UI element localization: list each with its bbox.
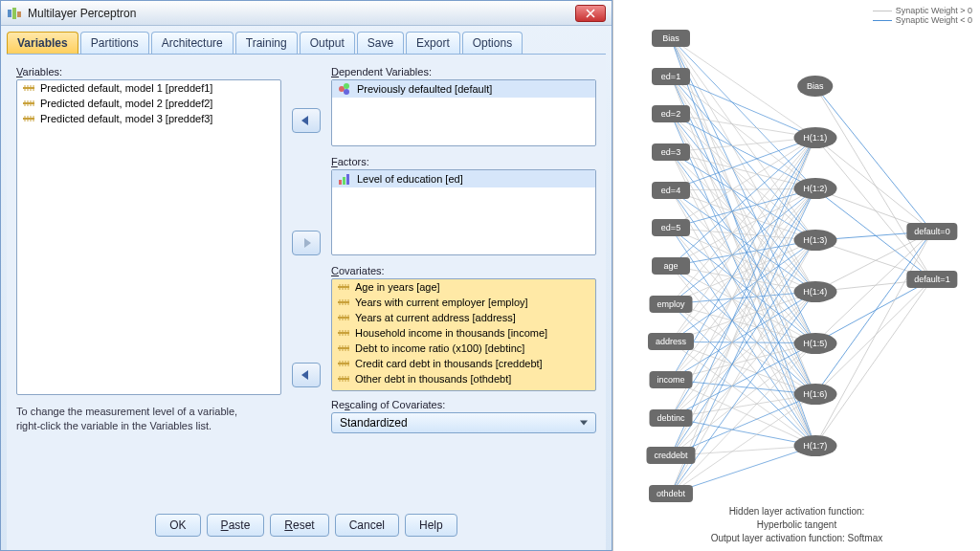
list-item[interactable]: Household income in thousands [income] <box>332 325 595 341</box>
svg-line-20 <box>671 38 815 188</box>
io-node: ed=3 <box>652 143 690 161</box>
hint-text: To change the measurement level of a var… <box>16 405 281 433</box>
move-to-dependent-button[interactable] <box>292 108 321 133</box>
io-node: ed=2 <box>652 105 690 122</box>
variables-label: Variables: <box>16 66 281 77</box>
svg-line-19 <box>671 38 815 138</box>
list-item[interactable]: Predicted default, model 3 [preddef3] <box>17 111 280 126</box>
scale-icon <box>23 82 34 94</box>
svg-point-8 <box>344 89 349 95</box>
svg-rect-11 <box>346 174 349 185</box>
svg-line-35 <box>671 114 815 240</box>
tab-output[interactable]: Output <box>300 32 355 54</box>
covariates-list[interactable]: Age in years [age] Years with current em… <box>331 278 596 391</box>
hidden-node: H(1:7) <box>793 435 836 456</box>
svg-line-44 <box>671 152 815 343</box>
scale-icon <box>23 98 34 109</box>
reset-button[interactable]: Reset <box>270 514 328 537</box>
list-item[interactable]: Years at current address [address] <box>332 310 595 325</box>
list-item[interactable]: Debt to income ratio (x100) [debtinc] <box>332 341 595 356</box>
svg-rect-1 <box>12 8 16 19</box>
covariates-label: Covariates: <box>331 265 596 276</box>
io-node: ed=4 <box>652 182 690 199</box>
scale-icon <box>338 281 349 293</box>
scale-icon <box>338 358 349 369</box>
hidden-node: H(1:3) <box>793 230 836 251</box>
hidden-node: Bias <box>797 76 834 97</box>
nominal-icon <box>338 82 351 96</box>
rescaling-label: Rescaling of Covariates: <box>331 399 596 410</box>
svg-rect-2 <box>17 11 21 17</box>
svg-line-94 <box>671 394 815 417</box>
scale-icon <box>23 113 34 124</box>
tab-options[interactable]: Options <box>462 32 523 54</box>
tab-variables[interactable]: Variables <box>7 32 78 54</box>
hidden-node: H(1:4) <box>793 281 836 302</box>
activation-caption: Hidden layer activation function: Hyperb… <box>705 505 889 545</box>
list-item[interactable]: Other debt in thousands [othdebt] <box>332 371 595 386</box>
svg-line-29 <box>671 77 815 292</box>
svg-line-92 <box>671 292 815 418</box>
list-item[interactable]: Previously defaulted [default] <box>332 80 595 98</box>
scale-icon <box>338 373 349 385</box>
titlebar: Multilayer Perceptron <box>1 1 612 26</box>
tab-export[interactable]: Export <box>406 32 460 54</box>
window-title: Multilayer Perceptron <box>28 7 575 20</box>
svg-line-100 <box>671 343 815 456</box>
dependent-label: Dependent Variables: <box>331 66 596 77</box>
ok-button[interactable]: OK <box>155 514 200 537</box>
svg-point-6 <box>339 86 345 92</box>
hidden-node: H(1:2) <box>793 178 836 199</box>
io-node: address <box>648 333 694 350</box>
dialog-body: Variables: Predicted default, model 1 [p… <box>7 54 606 550</box>
svg-line-125 <box>815 279 932 446</box>
svg-line-54 <box>671 138 815 229</box>
move-to-factors-button[interactable] <box>292 231 321 255</box>
variables-list[interactable]: Predicted default, model 1 [preddef1] Pr… <box>16 79 281 395</box>
svg-line-34 <box>671 114 815 188</box>
network-diagram: Synaptic Weight > 0 Synaptic Weight < 0 … <box>612 0 980 551</box>
io-node: creddebt <box>646 447 695 464</box>
io-node: default=1 <box>906 271 957 288</box>
tab-partitions[interactable]: Partitions <box>80 32 149 54</box>
io-node: othdebt <box>649 485 693 502</box>
io-node: income <box>649 371 692 388</box>
rescaling-select[interactable]: Standardized <box>331 412 596 433</box>
hidden-node: H(1:5) <box>793 333 836 354</box>
tab-training[interactable]: Training <box>235 32 298 54</box>
list-item[interactable]: Credit card debt in thousands [creddebt] <box>332 356 595 371</box>
move-to-covariates-button[interactable] <box>292 363 321 387</box>
cancel-button[interactable]: Cancel <box>335 514 399 537</box>
list-item[interactable]: Predicted default, model 2 [preddef2] <box>17 96 280 111</box>
paste-button[interactable]: Paste <box>207 514 265 537</box>
ordinal-icon <box>338 172 351 186</box>
svg-rect-10 <box>343 177 345 185</box>
svg-line-93 <box>671 343 815 418</box>
close-button[interactable] <box>575 5 606 22</box>
dialog-buttons: OK Paste Reset Cancel Help <box>16 506 596 546</box>
scale-icon <box>338 297 349 308</box>
io-node: Bias <box>652 30 690 47</box>
io-node: age <box>652 257 690 275</box>
hidden-node: H(1:6) <box>793 384 836 405</box>
svg-line-26 <box>671 77 815 138</box>
dependent-list[interactable]: Previously defaulted [default] <box>331 79 596 146</box>
scale-icon <box>338 342 349 354</box>
hidden-node: H(1:1) <box>793 127 836 148</box>
list-item[interactable]: Level of education [ed] <box>332 170 595 187</box>
svg-line-83 <box>671 188 815 380</box>
list-item[interactable]: Age in years [age] <box>332 279 595 295</box>
tab-save[interactable]: Save <box>357 32 404 54</box>
mlp-dialog: Multilayer Perceptron Variables Partitio… <box>0 0 612 551</box>
list-item[interactable]: Years with current employer [employ] <box>332 295 595 310</box>
tab-architecture[interactable]: Architecture <box>151 32 234 54</box>
io-node: ed=1 <box>652 68 690 85</box>
list-item[interactable]: Predicted default, model 1 [preddef1] <box>17 80 280 96</box>
svg-rect-0 <box>8 10 11 17</box>
app-icon <box>7 6 22 21</box>
factors-list[interactable]: Level of education [ed] <box>331 169 596 255</box>
scale-icon <box>338 327 349 339</box>
io-node: ed=5 <box>652 219 690 236</box>
io-node: employ <box>649 296 692 313</box>
help-button[interactable]: Help <box>405 514 457 537</box>
